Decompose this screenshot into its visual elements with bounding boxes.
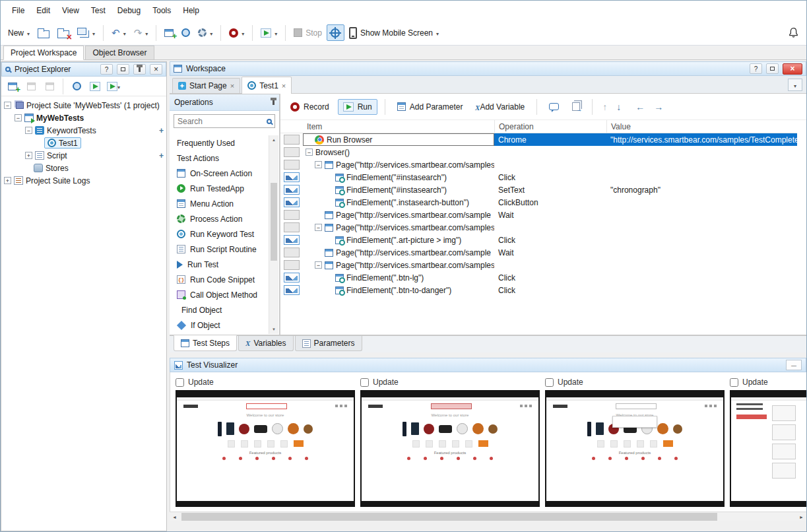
operation-run-code-snippet[interactable]: Run Code Snippet — [170, 272, 269, 287]
step-value-cell[interactable] — [606, 284, 797, 296]
step-operation-cell[interactable]: Click — [494, 271, 606, 284]
add-keyword-test-button[interactable]: + — [159, 126, 164, 135]
tree-item-test1[interactable]: Test1 — [1, 137, 166, 149]
run-project-suite-button[interactable] — [105, 79, 122, 94]
scroll-up-icon[interactable]: ▲ — [269, 135, 278, 145]
add-parameter-button[interactable]: Add Parameter — [393, 100, 468, 114]
step-value-cell[interactable] — [606, 196, 797, 209]
table-row-page[interactable]: Page("http://services.smartbear.com/samp… — [280, 221, 797, 234]
menu-help[interactable]: Help — [177, 3, 205, 18]
step-operation-cell[interactable] — [494, 158, 606, 171]
update-checkbox[interactable] — [730, 378, 738, 387]
table-row-page[interactable]: Page("http://services.smartbear.com/samp… — [280, 259, 797, 271]
step-item-cell[interactable]: Page("http://services.smartbear.com/samp… — [303, 246, 494, 259]
operation-run-script-routine[interactable]: Run Script Routine — [170, 242, 269, 257]
run-button[interactable]: Run — [338, 99, 377, 115]
move-up-button[interactable]: ↑ — [600, 100, 610, 114]
step-operation-cell[interactable]: SetText — [494, 183, 606, 196]
step-operation-cell[interactable]: Chrome — [494, 133, 606, 146]
step-value-cell[interactable] — [606, 271, 797, 284]
stop-button[interactable]: Stop — [290, 26, 325, 40]
step-value-cell[interactable] — [606, 146, 797, 158]
tab-object-browser[interactable]: Object Browser — [85, 46, 154, 59]
step-operation-cell[interactable]: Click — [494, 171, 606, 183]
step-image-icon[interactable] — [284, 197, 300, 207]
update-checkbox[interactable] — [545, 378, 554, 387]
thumbnail-image[interactable] — [730, 390, 806, 507]
thumbnail-image[interactable]: Welcome to our store Featured products — [545, 390, 725, 507]
description-button[interactable] — [544, 100, 564, 113]
table-row-run-browser[interactable]: Run Browser Chrome "http://services.smar… — [280, 133, 797, 146]
move-left-button[interactable]: ← — [633, 100, 647, 114]
step-item-cell[interactable]: FindElement(".btn-to-danger") — [303, 284, 494, 296]
add-script-button[interactable]: + — [159, 151, 164, 160]
close-panel-button[interactable] — [150, 64, 162, 75]
step-item-cell[interactable]: Page("http://services.smartbear.com/samp… — [303, 209, 494, 221]
step-value-cell[interactable]: "chronograph" — [606, 183, 797, 196]
step-value-cell[interactable]: "http://services.smartbear.com/samples/T… — [606, 133, 797, 146]
step-item-cell[interactable]: Page("http://services.smartbear.com/samp… — [303, 221, 494, 234]
restore-button[interactable] — [117, 64, 129, 75]
mobile-spy-toggle-button[interactable] — [327, 24, 344, 41]
operation-menu-action[interactable]: Menu Action — [170, 196, 269, 211]
tab-project-workspace[interactable]: Project Workspace — [3, 46, 84, 60]
search-input[interactable] — [174, 117, 267, 126]
add-new-item-button[interactable] — [161, 27, 177, 39]
step-value-cell[interactable] — [606, 209, 797, 221]
step-operation-cell[interactable] — [494, 259, 606, 271]
tree-item-project-suite-logs[interactable]: Project Suite Logs — [1, 174, 166, 187]
operation-run-keyword-test[interactable]: Run Keyword Test — [170, 226, 269, 242]
run-project-button[interactable] — [86, 79, 104, 94]
table-row-page[interactable]: Page("http://services.smartbear.com/samp… — [280, 246, 797, 259]
operation-onscreen-action[interactable]: On-Screen Action — [170, 166, 269, 181]
visualizer-scrollbar[interactable]: ◄ ► — [170, 512, 806, 521]
tab-start-page[interactable]: Start Page — [172, 78, 240, 93]
tab-list-dropdown-button[interactable] — [788, 79, 802, 91]
step-value-cell[interactable] — [606, 158, 797, 171]
operations-group[interactable]: Test Actions — [170, 150, 269, 166]
tab-parameters[interactable]: Parameters — [295, 336, 362, 351]
table-row-findelement[interactable]: FindElement(".btn-lg") Click — [280, 271, 797, 284]
menu-edit[interactable]: Edit — [30, 3, 56, 18]
step-operation-cell[interactable]: Wait — [494, 209, 606, 221]
thumbnail-image[interactable]: Welcome to our store Featured products — [176, 390, 355, 507]
restore-button[interactable] — [766, 63, 779, 74]
close-tab-icon[interactable] — [282, 82, 286, 90]
table-row-findelement[interactable]: FindElement(".btn-to-danger") Click — [280, 284, 797, 296]
step-operation-cell[interactable] — [494, 221, 606, 234]
record-button[interactable]: Record — [286, 100, 334, 114]
show-mobile-screen-button[interactable]: Show Mobile Screen — [346, 25, 442, 41]
table-row-page[interactable]: Page("http://services.smartbear.com/samp… — [280, 158, 797, 171]
collapse-icon[interactable] — [315, 224, 322, 231]
object-spy-button[interactable] — [178, 26, 193, 39]
help-button[interactable] — [750, 63, 762, 74]
operations-group[interactable]: Frequently Used — [170, 135, 269, 150]
tab-variables[interactable]: Variables — [238, 336, 293, 351]
step-image-icon[interactable] — [284, 273, 300, 283]
collapse-icon[interactable] — [25, 127, 32, 134]
tree-item-keywordtests[interactable]: KeywordTests + — [1, 124, 166, 137]
item-column-header[interactable]: Item — [303, 120, 494, 133]
operations-scrollbar[interactable]: ▲ ▼ — [269, 135, 278, 334]
redo-button[interactable]: ↷ — [131, 26, 152, 40]
step-item-cell[interactable]: Page("http://services.smartbear.com/samp… — [303, 259, 494, 271]
operation-image-based-action[interactable]: Image Based Action — [170, 333, 269, 334]
add-project-item-button[interactable] — [4, 79, 21, 94]
table-row-page[interactable]: Page("http://services.smartbear.com/samp… — [280, 209, 797, 221]
step-value-cell[interactable] — [606, 259, 797, 271]
operation-column-header[interactable]: Operation — [494, 120, 606, 133]
close-tab-icon[interactable] — [230, 82, 234, 90]
step-value-cell[interactable] — [606, 246, 797, 259]
help-button[interactable] — [100, 64, 113, 75]
tree-item-script[interactable]: Script + — [1, 149, 166, 162]
operation-if-object[interactable]: If Object — [170, 317, 269, 333]
menu-test[interactable]: Test — [85, 3, 112, 18]
step-operation-cell[interactable]: Wait — [494, 246, 606, 259]
run-test-button[interactable] — [257, 26, 280, 40]
collapse-icon[interactable] — [4, 102, 11, 109]
step-operation-cell[interactable] — [494, 146, 606, 158]
menu-file[interactable]: File — [6, 3, 30, 18]
step-operation-cell[interactable]: Click — [494, 234, 606, 246]
collapse-visualizer-button[interactable] — [786, 360, 802, 370]
open-project-button[interactable] — [34, 26, 53, 40]
